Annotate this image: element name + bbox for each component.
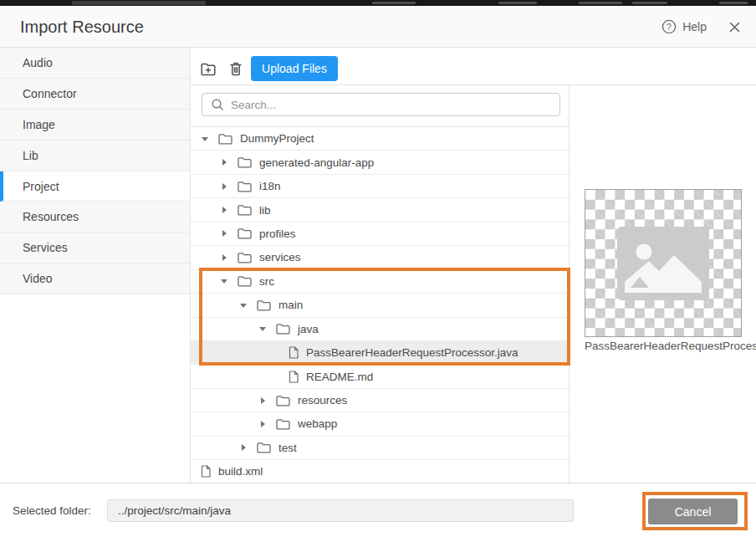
folder-icon bbox=[218, 133, 232, 145]
preview-divider bbox=[569, 85, 570, 483]
toolbar-divider bbox=[191, 84, 756, 85]
sidebar-item-video[interactable]: Video bbox=[0, 263, 190, 294]
tree-node-label: java bbox=[298, 323, 319, 335]
sidebar-item-resources[interactable]: Resources bbox=[0, 202, 190, 233]
tree-node-label: README.md bbox=[306, 371, 373, 383]
folder-icon bbox=[257, 442, 271, 453]
tree-row-folder[interactable]: java bbox=[191, 318, 569, 341]
tree-node-label: build.xml bbox=[218, 465, 263, 478]
help-icon: ? bbox=[662, 19, 677, 34]
sidebar-item-label: Services bbox=[23, 241, 68, 254]
folder-icon bbox=[238, 252, 252, 263]
image-placeholder-icon bbox=[617, 227, 709, 300]
tree-row-file[interactable]: build.xml bbox=[191, 460, 569, 483]
sidebar-item-services[interactable]: Services bbox=[0, 233, 190, 263]
tree-row-folder[interactable]: src bbox=[191, 270, 569, 294]
tree-row-folder[interactable]: profiles bbox=[191, 222, 569, 246]
tree-row-folder[interactable]: generated-angular-app bbox=[191, 151, 569, 174]
tree-node-label: lib bbox=[259, 204, 271, 217]
tree-node-label: generated-angular-app bbox=[259, 156, 374, 169]
tree-row-folder[interactable]: DummyProject bbox=[191, 127, 569, 151]
sidebar-item-label: Audio bbox=[23, 56, 53, 69]
tree-row-folder[interactable]: webapp bbox=[191, 412, 569, 436]
trash-icon bbox=[227, 59, 244, 78]
tree-row-file[interactable]: PassBearerHeaderRequestProcessor.java bbox=[191, 341, 569, 365]
sidebar-item-lib[interactable]: Lib bbox=[0, 141, 190, 171]
preview-image-placeholder bbox=[585, 189, 742, 337]
tree-node-label: resources bbox=[298, 394, 347, 407]
delete-button[interactable] bbox=[226, 59, 246, 79]
chevron-down-icon[interactable] bbox=[258, 325, 267, 333]
background-remnant bbox=[632, 2, 667, 4]
selected-folder-input[interactable] bbox=[107, 499, 574, 522]
sidebar-item-audio[interactable]: Audio bbox=[0, 48, 190, 79]
import-resource-screen: Import Resource ? Help AudioConnectorIma… bbox=[0, 0, 756, 537]
chevron-right-icon[interactable] bbox=[220, 182, 228, 191]
dialog-header-actions: ? Help bbox=[662, 6, 741, 48]
help-button[interactable]: ? Help bbox=[662, 19, 707, 34]
background-remnant bbox=[72, 1, 206, 5]
tree-node-label: i18n bbox=[259, 180, 281, 192]
chevron-down-icon[interactable] bbox=[220, 277, 228, 285]
close-button[interactable] bbox=[728, 21, 741, 33]
preview-filename: PassBearerHeaderRequestProcessor.java bbox=[585, 340, 756, 356]
tree-row-folder[interactable]: services bbox=[191, 246, 569, 269]
folder-icon bbox=[238, 228, 252, 239]
cancel-button[interactable]: Cancel bbox=[648, 499, 738, 524]
chevron-right-icon[interactable] bbox=[220, 253, 228, 262]
selected-folder-label: Selected folder: bbox=[13, 499, 91, 524]
folder-icon bbox=[238, 204, 252, 216]
sidebar-item-connector[interactable]: Connector bbox=[0, 79, 190, 110]
folder-icon bbox=[276, 395, 290, 407]
background-page-strip bbox=[0, 0, 756, 6]
chevron-right-icon[interactable] bbox=[220, 206, 228, 214]
search-box bbox=[202, 93, 560, 116]
chevron-down-icon[interactable] bbox=[201, 135, 209, 143]
upload-files-button[interactable]: Upload Files bbox=[251, 56, 338, 81]
file-tree: DummyProjectgenerated-angular-appi18nlib… bbox=[191, 126, 569, 483]
folder-icon bbox=[276, 418, 290, 430]
category-sidebar: AudioConnectorImageLibProjectResourcesSe… bbox=[0, 48, 190, 294]
dialog-title: Import Resource bbox=[20, 6, 144, 48]
file-icon bbox=[201, 465, 211, 478]
tree-row-file[interactable]: README.md bbox=[191, 365, 569, 388]
search-icon bbox=[211, 98, 224, 111]
file-icon bbox=[289, 371, 299, 383]
svg-text:?: ? bbox=[667, 22, 672, 32]
sidebar-item-label: Resources bbox=[23, 210, 79, 223]
background-remnant bbox=[579, 2, 622, 4]
tree-node-label: webapp bbox=[298, 417, 337, 430]
chevron-right-icon[interactable] bbox=[258, 420, 267, 428]
tree-node-label: services bbox=[259, 251, 301, 263]
file-icon bbox=[289, 346, 299, 359]
sidebar-item-label: Video bbox=[23, 272, 53, 285]
tree-row-folder[interactable]: i18n bbox=[191, 175, 569, 198]
new-folder-button[interactable] bbox=[198, 59, 218, 79]
tree-node-label: src bbox=[259, 275, 274, 288]
tree-row-folder[interactable]: test bbox=[191, 437, 569, 460]
sidebar-item-project[interactable]: Project bbox=[0, 171, 190, 202]
folder-icon bbox=[276, 323, 290, 335]
chevron-right-icon[interactable] bbox=[258, 396, 267, 405]
tree-row-folder[interactable]: main bbox=[191, 294, 569, 317]
tree-node-label: test bbox=[278, 442, 297, 454]
sidebar-item-image[interactable]: Image bbox=[0, 110, 190, 141]
background-remnant bbox=[719, 2, 748, 4]
search-input[interactable] bbox=[231, 99, 551, 111]
chevron-down-icon[interactable] bbox=[239, 301, 248, 309]
folder-icon bbox=[257, 299, 271, 311]
chevron-right-icon[interactable] bbox=[220, 158, 228, 166]
chevron-right-icon[interactable] bbox=[220, 229, 228, 238]
chevron-right-icon[interactable] bbox=[239, 443, 248, 452]
tree-row-folder[interactable]: resources bbox=[191, 389, 569, 412]
dialog-header: Import Resource ? Help bbox=[0, 6, 756, 48]
help-label: Help bbox=[682, 20, 707, 33]
footer-divider bbox=[0, 483, 756, 483]
new-folder-icon bbox=[199, 59, 217, 78]
tree-node-label: main bbox=[278, 299, 303, 311]
tree-row-folder[interactable]: lib bbox=[191, 198, 569, 222]
folder-icon bbox=[238, 181, 252, 192]
sidebar-item-label: Project bbox=[23, 180, 59, 193]
background-remnant bbox=[372, 2, 416, 4]
sidebar-item-label: Lib bbox=[23, 149, 38, 162]
